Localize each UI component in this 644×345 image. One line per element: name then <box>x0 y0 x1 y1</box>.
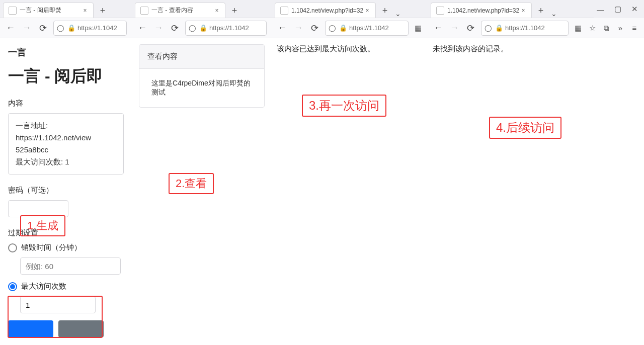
radio-label-time: 销毁时间（分钟） <box>21 243 82 252</box>
new-tab-button[interactable]: + <box>96 4 110 18</box>
star-icon[interactable]: ☆ <box>588 24 597 33</box>
tab-strip: 一言 - 阅后即焚 × + <box>0 0 132 18</box>
close-icon[interactable]: × <box>363 7 371 14</box>
url-bar[interactable]: ◯ 🔒 https://1.1042 <box>53 21 127 36</box>
radio-label-count: 最大访问次数 <box>21 282 66 291</box>
annotation-4: 4.后续访问 <box>489 117 561 139</box>
label-content: 内容 <box>8 99 124 108</box>
url-bar[interactable]: ◯ 🔒 https://1.1042 <box>185 21 267 36</box>
shield-icon: ◯ <box>189 24 196 32</box>
tab-title: 1.1042.net/view.php?id=32 <box>291 7 363 14</box>
label-password: 密码（可选） <box>8 186 124 195</box>
tab-strip: 一言 - 查看内容 × + <box>132 0 272 18</box>
textarea-line: 525a8bcc <box>16 144 116 156</box>
annotation-2: 2.查看 <box>169 173 214 194</box>
radio-icon[interactable] <box>8 243 17 252</box>
forward-button[interactable]: → <box>449 23 460 33</box>
card-body: 这里是C4rpeDime对阅后即焚的测试 <box>139 69 264 107</box>
close-window-button[interactable]: ✕ <box>631 5 638 14</box>
overflow-icon[interactable]: » <box>616 24 625 32</box>
tab-title: 1.1042.net/view.php?id=32 <box>447 7 519 14</box>
page-content: 未找到该内容的记录。 <box>428 38 644 345</box>
browser-tab[interactable]: 一言 - 查看内容 × <box>135 3 225 18</box>
reload-button[interactable]: ⟳ <box>169 23 180 34</box>
url-text: https://1.1042 <box>209 24 249 32</box>
lock-icon: 🔒 <box>67 24 75 32</box>
url-text: https://1.1042 <box>505 24 545 32</box>
url-bar[interactable]: ◯ 🔒 https://1.1042 <box>325 21 409 36</box>
tab-title: 一言 - 查看内容 <box>151 6 213 15</box>
url-text: https://1.1042 <box>77 24 117 32</box>
shield-icon: ◯ <box>329 24 336 32</box>
close-icon[interactable]: × <box>81 7 89 14</box>
shield-icon: ◯ <box>485 24 492 32</box>
lock-icon: 🔒 <box>339 24 347 32</box>
browser-tab[interactable]: 1.1042.net/view.php?id=32 × <box>431 3 532 18</box>
shield-icon: ◯ <box>57 24 64 32</box>
minimize-button[interactable]: — <box>597 5 604 14</box>
content-textarea[interactable]: 一言地址: https://1.1042.net/view 525a8bcc 最… <box>8 113 124 175</box>
qr-icon[interactable]: ▦ <box>414 24 423 33</box>
lock-icon: 🔒 <box>199 24 207 32</box>
menu-button[interactable]: ≡ <box>630 24 639 32</box>
radio-row-time[interactable]: 销毁时间（分钟） <box>8 243 124 252</box>
radio-row-count[interactable]: 最大访问次数 <box>8 282 124 291</box>
annotation-3: 3.再一次访问 <box>302 95 386 117</box>
forward-button[interactable]: → <box>293 23 304 33</box>
reload-button[interactable]: ⟳ <box>465 23 476 34</box>
status-message: 未找到该内容的记录。 <box>428 38 644 60</box>
browser-tab[interactable]: 一言 - 阅后即焚 × <box>3 3 94 18</box>
new-tab-button[interactable]: + <box>534 4 548 18</box>
page-title: 一言 - 阅后即 <box>8 65 124 88</box>
tab-title: 一言 - 阅后即焚 <box>20 6 81 15</box>
browser-window-3: 1.1042.net/view.php?id=32 × + ⌄ ← → ⟳ ◯ … <box>272 0 428 345</box>
back-button[interactable]: ← <box>5 23 16 33</box>
toolbar: ← → ⟳ ◯ 🔒 https://1.1042 <box>0 18 132 38</box>
lock-icon: 🔒 <box>495 24 503 32</box>
reload-button[interactable]: ⟳ <box>309 23 320 34</box>
tabs-dropdown-button[interactable]: ⌄ <box>392 10 404 18</box>
tabs-dropdown-button[interactable]: ⌄ <box>548 10 560 18</box>
forward-button[interactable]: → <box>153 23 164 33</box>
maximize-button[interactable]: ▢ <box>614 5 621 14</box>
extensions-icon[interactable]: ⧉ <box>602 24 611 33</box>
browser-window-1: 一言 - 阅后即焚 × + ← → ⟳ ◯ 🔒 https://1.1042 一… <box>0 0 132 345</box>
toolbar: ← → ⟳ ◯ 🔒 https://1.1042 ▦ ☆ ⧉ » ≡ <box>428 18 644 38</box>
toolbar: ← → ⟳ ◯ 🔒 https://1.1042 ▦ <box>272 18 428 38</box>
favicon-icon <box>9 7 17 15</box>
favicon-icon <box>436 7 444 15</box>
browser-tab[interactable]: 1.1042.net/view.php?id=32 × <box>275 3 376 18</box>
password-input[interactable] <box>8 200 68 217</box>
favicon-icon <box>140 7 148 15</box>
radio-icon[interactable] <box>8 282 17 291</box>
card-header: 查看内容 <box>139 45 264 69</box>
browser-window-4: 1.1042.net/view.php?id=32 × + ⌄ — ▢ ✕ ← … <box>428 0 644 345</box>
back-button[interactable]: ← <box>137 23 148 33</box>
back-button[interactable]: ← <box>277 23 288 33</box>
textarea-line: 一言地址: https://1.1042.net/view <box>16 120 116 144</box>
site-brand: 一言 <box>8 46 124 58</box>
tab-strip: 1.1042.net/view.php?id=32 × + ⌄ <box>428 0 594 18</box>
url-text: https://1.1042 <box>349 24 389 32</box>
new-tab-button[interactable]: + <box>227 4 242 18</box>
window-controls: — ▢ ✕ <box>594 0 644 18</box>
toolbar: ← → ⟳ ◯ 🔒 https://1.1042 <box>132 18 272 38</box>
page-content: 该内容已达到最大访问次数。 <box>272 38 428 345</box>
time-input[interactable] <box>20 257 121 275</box>
view-card: 查看内容 这里是C4rpeDime对阅后即焚的测试 <box>139 44 265 108</box>
new-tab-button[interactable]: + <box>378 4 392 18</box>
browser-window-2: 一言 - 查看内容 × + ← → ⟳ ◯ 🔒 https://1.1042 查… <box>132 0 272 345</box>
close-icon[interactable]: × <box>213 7 221 14</box>
reload-button[interactable]: ⟳ <box>37 23 48 34</box>
tab-strip: 1.1042.net/view.php?id=32 × + ⌄ <box>272 0 428 18</box>
back-button[interactable]: ← <box>433 23 444 33</box>
close-icon[interactable]: × <box>519 7 527 14</box>
forward-button[interactable]: → <box>21 23 32 33</box>
favicon-icon <box>280 7 288 15</box>
textarea-line: 最大访问次数: 1 <box>16 156 116 168</box>
status-message: 该内容已达到最大访问次数。 <box>272 38 428 60</box>
annotation-1: 1.生成 <box>20 215 65 236</box>
annotation-box-max-access <box>8 296 103 338</box>
url-bar[interactable]: ◯ 🔒 https://1.1042 <box>481 21 569 36</box>
qr-icon[interactable]: ▦ <box>574 24 583 33</box>
